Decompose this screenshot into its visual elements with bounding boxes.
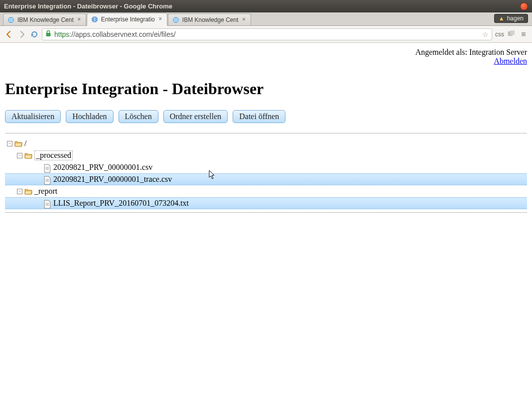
tab-close-icon[interactable]: × xyxy=(242,17,247,22)
page-content: Angemeldet als: Integration Server Abmel… xyxy=(0,43,532,393)
svg-rect-3 xyxy=(9,21,13,21)
ibm-icon xyxy=(172,16,179,23)
nav-forward-button[interactable] xyxy=(17,29,27,39)
reload-button[interactable] xyxy=(30,30,39,39)
svg-rect-6 xyxy=(174,18,178,19)
chrome-menu-icon[interactable]: ≡ xyxy=(519,30,528,39)
tree-file-row[interactable]: LLIS_Report_PRV_20160701_073204.txt xyxy=(5,197,527,209)
address-bar[interactable]: https://apps.collabservnext.com/ei/files… xyxy=(42,28,492,40)
file-icon xyxy=(43,200,51,207)
svg-rect-7 xyxy=(174,19,178,20)
tree-spacer xyxy=(36,165,41,170)
tree-folder-row[interactable]: − _report xyxy=(5,185,527,197)
folder-open-icon xyxy=(14,140,22,147)
svg-rect-1 xyxy=(9,18,13,19)
ibm-icon xyxy=(7,16,14,23)
tree-spacer xyxy=(36,201,41,206)
file-icon xyxy=(43,176,51,183)
url-scheme: https xyxy=(54,30,69,38)
file-icon xyxy=(43,164,51,171)
login-status: Angemeldet als: Integration Server Abmel… xyxy=(5,48,527,66)
divider xyxy=(5,133,527,133)
tree-node-label: 20209821_PRV_00000001.csv xyxy=(53,163,152,172)
action-button-row: Aktualisieren Hochladen Löschen Ordner e… xyxy=(5,110,527,128)
logged-in-label: Angemeldet als: xyxy=(415,48,469,56)
os-user-indicator[interactable]: ▲ hagen xyxy=(494,14,528,23)
browser-tab[interactable]: Enterprise Integratio × xyxy=(87,13,167,26)
divider xyxy=(5,212,527,213)
tree-spacer xyxy=(36,177,41,182)
upload-button[interactable]: Hochladen xyxy=(66,110,113,123)
tab-label: IBM Knowledge Cent xyxy=(182,16,239,23)
tree-node-label: LLIS_Report_PRV_20160701_073204.txt xyxy=(53,199,189,208)
delete-button[interactable]: Löschen xyxy=(119,110,158,123)
logout-link[interactable]: Abmelden xyxy=(494,57,527,65)
collapse-icon[interactable]: − xyxy=(7,141,12,146)
create-folder-button[interactable]: Ordner erstellen xyxy=(163,110,228,123)
window-titlebar: Enterprise Integration - Dateibrowser - … xyxy=(0,0,532,12)
tree-node-label: _report xyxy=(34,187,57,196)
window-close-button[interactable] xyxy=(520,2,528,10)
file-tree: − / − _processed 20209821_PRV_00000001.c… xyxy=(5,137,527,213)
tree-file-row[interactable]: 20209821_PRV_00000001_trace.csv xyxy=(5,173,527,185)
refresh-button[interactable]: Aktualisieren xyxy=(5,110,61,123)
url-text: https://apps.collabservnext.com/ei/files… xyxy=(54,30,176,38)
browser-toolbar: https://apps.collabservnext.com/ei/files… xyxy=(0,26,532,43)
tree-node-label: / xyxy=(24,139,26,148)
warning-icon: ▲ xyxy=(499,15,505,22)
svg-rect-8 xyxy=(174,21,178,21)
tab-label: IBM Knowledge Cent xyxy=(17,16,74,23)
nav-back-button[interactable] xyxy=(4,29,14,39)
tab-close-icon[interactable]: × xyxy=(77,17,82,22)
css-toggle-button[interactable]: css xyxy=(495,31,504,38)
bookmark-star-icon[interactable]: ☆ xyxy=(482,30,489,38)
tab-close-icon[interactable]: × xyxy=(158,17,163,22)
os-user-name: hagen xyxy=(507,15,524,22)
window-title: Enterprise Integration - Dateibrowser - … xyxy=(4,2,520,10)
extensions-icon[interactable] xyxy=(507,30,516,38)
browser-tabstrip: IBM Knowledge Cent × Enterprise Integrat… xyxy=(0,12,532,26)
tree-node-label: 20209821_PRV_00000001_trace.csv xyxy=(53,175,172,184)
browser-tab[interactable]: IBM Knowledge Cent × xyxy=(3,13,86,25)
tree-node-label: _processed xyxy=(34,150,73,160)
page-title: Enterprise Integration - Dateibrowser xyxy=(5,80,527,98)
svg-rect-9 xyxy=(46,33,51,36)
url-path: ://apps.collabservnext.com/ei/files/ xyxy=(69,30,175,38)
logged-in-user: Integration Server xyxy=(469,48,527,56)
tree-folder-row[interactable]: − _processed xyxy=(5,149,527,161)
tree-file-row[interactable]: 20209821_PRV_00000001.csv xyxy=(5,161,527,173)
folder-open-icon xyxy=(24,152,32,159)
tab-label: Enterprise Integratio xyxy=(101,16,155,23)
browser-tab[interactable]: IBM Knowledge Cent × xyxy=(168,13,251,25)
svg-rect-11 xyxy=(510,30,515,35)
collapse-icon[interactable]: − xyxy=(17,153,22,158)
svg-rect-2 xyxy=(9,19,13,20)
lock-icon xyxy=(45,30,51,38)
globe-icon xyxy=(91,16,98,23)
open-file-button[interactable]: Datei öffnen xyxy=(233,110,285,123)
tree-root-row[interactable]: − / xyxy=(5,137,527,149)
collapse-icon[interactable]: − xyxy=(17,189,22,194)
folder-open-icon xyxy=(24,188,32,195)
